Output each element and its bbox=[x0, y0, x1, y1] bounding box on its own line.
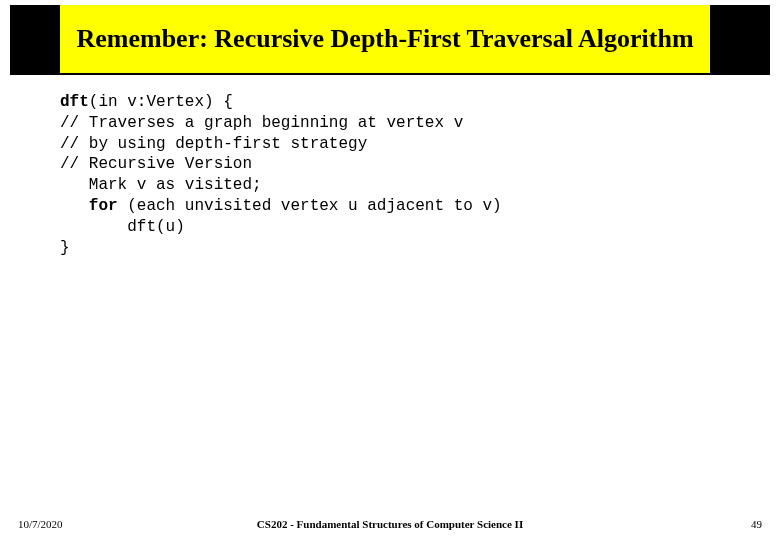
keyword-dft: dft bbox=[60, 93, 89, 111]
footer-course: CS202 - Fundamental Structures of Comput… bbox=[257, 518, 523, 530]
title-band: Remember: Recursive Depth-First Traversa… bbox=[10, 5, 770, 75]
code-for-rest: (each unvisited vertex u adjacent to v) bbox=[118, 197, 502, 215]
code-close: } bbox=[60, 239, 70, 257]
slide-title: Remember: Recursive Depth-First Traversa… bbox=[60, 5, 710, 73]
code-block: dft(in v:Vertex) { // Traverses a graph … bbox=[60, 92, 740, 258]
code-comment-3: // Recursive Version bbox=[60, 155, 252, 173]
footer: 10/7/2020 CS202 - Fundamental Structures… bbox=[0, 510, 780, 530]
footer-page: 49 bbox=[751, 518, 762, 530]
footer-date: 10/7/2020 bbox=[18, 518, 63, 530]
code-call: dft(u) bbox=[60, 218, 185, 236]
keyword-for: for bbox=[60, 197, 118, 215]
code-mark: Mark v as visited; bbox=[60, 176, 262, 194]
code-sig: (in v:Vertex) { bbox=[89, 93, 233, 111]
code-comment-1: // Traverses a graph beginning at vertex… bbox=[60, 114, 463, 132]
code-comment-2: // by using depth-first strategy bbox=[60, 135, 367, 153]
